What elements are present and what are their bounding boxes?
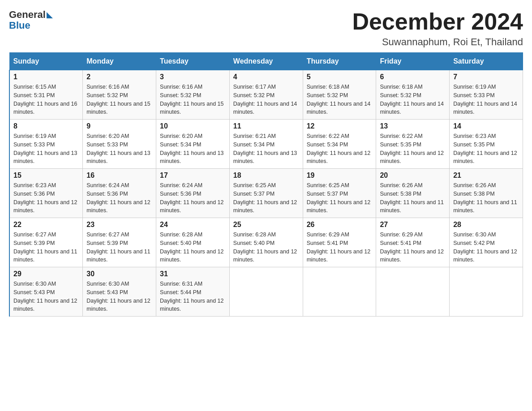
day-number: 2 — [86, 73, 152, 81]
day-info: Sunrise: 6:30 AMSunset: 5:43 PMDaylight:… — [13, 280, 79, 313]
calendar-cell: 29 Sunrise: 6:30 AMSunset: 5:43 PMDaylig… — [9, 267, 83, 317]
day-info: Sunrise: 6:31 AMSunset: 5:44 PMDaylight:… — [160, 280, 226, 313]
day-number: 3 — [160, 73, 226, 81]
day-number: 28 — [453, 221, 519, 229]
day-info: Sunrise: 6:28 AMSunset: 5:40 PMDaylight:… — [160, 231, 226, 264]
day-info: Sunrise: 6:24 AMSunset: 5:36 PMDaylight:… — [86, 181, 152, 215]
calendar-cell: 19 Sunrise: 6:25 AMSunset: 5:37 PMDaylig… — [303, 169, 376, 218]
day-number: 25 — [233, 221, 299, 229]
logo-blue-text: Blue — [9, 20, 30, 31]
day-number: 18 — [233, 171, 299, 180]
calendar-cell: 1 Sunrise: 6:15 AMSunset: 5:31 PMDayligh… — [9, 70, 83, 120]
calendar-cell: 9 Sunrise: 6:20 AMSunset: 5:33 PMDayligh… — [83, 120, 156, 169]
day-number: 27 — [380, 221, 446, 229]
day-info: Sunrise: 6:30 AMSunset: 5:42 PMDaylight:… — [453, 231, 519, 264]
day-number: 8 — [13, 122, 79, 130]
calendar-cell: 12 Sunrise: 6:22 AMSunset: 5:34 PMDaylig… — [303, 120, 376, 169]
calendar-cell: 4 Sunrise: 6:17 AMSunset: 5:32 PMDayligh… — [229, 70, 303, 120]
day-info: Sunrise: 6:22 AMSunset: 5:35 PMDaylight:… — [380, 132, 446, 166]
day-info: Sunrise: 6:16 AMSunset: 5:32 PMDaylight:… — [160, 83, 226, 116]
day-number: 20 — [380, 171, 446, 180]
calendar-cell: 20 Sunrise: 6:26 AMSunset: 5:38 PMDaylig… — [376, 169, 450, 218]
header-monday: Monday — [83, 53, 156, 70]
calendar-cell: 13 Sunrise: 6:22 AMSunset: 5:35 PMDaylig… — [376, 120, 450, 169]
calendar-cell: 7 Sunrise: 6:19 AMSunset: 5:33 PMDayligh… — [450, 70, 523, 120]
header-friday: Friday — [376, 53, 450, 70]
calendar-cell: 17 Sunrise: 6:24 AMSunset: 5:36 PMDaylig… — [156, 169, 230, 218]
day-number: 17 — [160, 171, 226, 180]
day-info: Sunrise: 6:30 AMSunset: 5:43 PMDaylight:… — [86, 280, 152, 313]
day-number: 1 — [13, 73, 79, 81]
day-number: 4 — [233, 73, 299, 81]
day-number: 15 — [13, 171, 79, 180]
day-number: 23 — [86, 221, 152, 229]
calendar-week-row: 15 Sunrise: 6:23 AMSunset: 5:36 PMDaylig… — [9, 169, 523, 218]
calendar-week-row: 8 Sunrise: 6:19 AMSunset: 5:33 PMDayligh… — [9, 120, 523, 169]
calendar-cell: 24 Sunrise: 6:28 AMSunset: 5:40 PMDaylig… — [156, 218, 230, 267]
day-info: Sunrise: 6:29 AMSunset: 5:41 PMDaylight:… — [380, 231, 446, 264]
calendar-cell: 28 Sunrise: 6:30 AMSunset: 5:42 PMDaylig… — [450, 218, 523, 267]
day-number: 24 — [160, 221, 226, 229]
day-info: Sunrise: 6:27 AMSunset: 5:39 PMDaylight:… — [13, 231, 79, 264]
calendar-week-row: 1 Sunrise: 6:15 AMSunset: 5:31 PMDayligh… — [9, 70, 523, 120]
day-number: 21 — [453, 171, 519, 180]
day-number: 5 — [307, 73, 373, 81]
title-section: December 2024 Suwannaphum, Roi Et, Thail… — [352, 9, 523, 48]
calendar-cell: 18 Sunrise: 6:25 AMSunset: 5:37 PMDaylig… — [229, 169, 303, 218]
day-info: Sunrise: 6:21 AMSunset: 5:34 PMDaylight:… — [233, 132, 299, 166]
day-info: Sunrise: 6:22 AMSunset: 5:34 PMDaylight:… — [307, 132, 373, 166]
day-number: 13 — [380, 122, 446, 130]
calendar-cell — [450, 267, 523, 317]
calendar-cell: 5 Sunrise: 6:18 AMSunset: 5:32 PMDayligh… — [303, 70, 376, 120]
day-info: Sunrise: 6:29 AMSunset: 5:41 PMDaylight:… — [307, 231, 373, 264]
header-thursday: Thursday — [303, 53, 376, 70]
calendar-cell: 2 Sunrise: 6:16 AMSunset: 5:32 PMDayligh… — [83, 70, 156, 120]
header-wednesday: Wednesday — [229, 53, 303, 70]
day-info: Sunrise: 6:28 AMSunset: 5:40 PMDaylight:… — [233, 231, 299, 264]
day-info: Sunrise: 6:16 AMSunset: 5:32 PMDaylight:… — [86, 83, 152, 116]
day-number: 7 — [453, 73, 519, 81]
calendar-cell: 11 Sunrise: 6:21 AMSunset: 5:34 PMDaylig… — [229, 120, 303, 169]
calendar-cell: 25 Sunrise: 6:28 AMSunset: 5:40 PMDaylig… — [229, 218, 303, 267]
calendar-cell: 6 Sunrise: 6:18 AMSunset: 5:32 PMDayligh… — [376, 70, 450, 120]
calendar-cell: 8 Sunrise: 6:19 AMSunset: 5:33 PMDayligh… — [9, 120, 83, 169]
day-number: 29 — [13, 270, 79, 278]
calendar-cell: 27 Sunrise: 6:29 AMSunset: 5:41 PMDaylig… — [376, 218, 450, 267]
month-title: December 2024 — [352, 9, 523, 34]
day-number: 30 — [86, 270, 152, 278]
day-number: 14 — [453, 122, 519, 130]
calendar-cell: 31 Sunrise: 6:31 AMSunset: 5:44 PMDaylig… — [156, 267, 230, 317]
day-number: 10 — [160, 122, 226, 130]
calendar-cell: 10 Sunrise: 6:20 AMSunset: 5:34 PMDaylig… — [156, 120, 230, 169]
calendar-cell: 30 Sunrise: 6:30 AMSunset: 5:43 PMDaylig… — [83, 267, 156, 317]
day-number: 31 — [160, 270, 226, 278]
day-info: Sunrise: 6:26 AMSunset: 5:38 PMDaylight:… — [453, 181, 519, 215]
day-info: Sunrise: 6:15 AMSunset: 5:31 PMDaylight:… — [13, 83, 79, 116]
day-info: Sunrise: 6:23 AMSunset: 5:36 PMDaylight:… — [13, 181, 79, 215]
calendar-cell: 26 Sunrise: 6:29 AMSunset: 5:41 PMDaylig… — [303, 218, 376, 267]
logo-triangle-icon — [47, 12, 53, 18]
day-info: Sunrise: 6:19 AMSunset: 5:33 PMDaylight:… — [453, 83, 519, 116]
day-number: 6 — [380, 73, 446, 81]
calendar-cell: 3 Sunrise: 6:16 AMSunset: 5:32 PMDayligh… — [156, 70, 230, 120]
calendar-week-row: 29 Sunrise: 6:30 AMSunset: 5:43 PMDaylig… — [9, 267, 523, 317]
calendar-cell: 15 Sunrise: 6:23 AMSunset: 5:36 PMDaylig… — [9, 169, 83, 218]
header-tuesday: Tuesday — [156, 53, 230, 70]
day-info: Sunrise: 6:25 AMSunset: 5:37 PMDaylight:… — [307, 181, 373, 215]
header-sunday: Sunday — [9, 53, 83, 70]
day-number: 26 — [307, 221, 373, 229]
day-info: Sunrise: 6:20 AMSunset: 5:33 PMDaylight:… — [86, 132, 152, 166]
day-info: Sunrise: 6:18 AMSunset: 5:32 PMDaylight:… — [307, 83, 373, 116]
day-number: 9 — [86, 122, 152, 130]
day-info: Sunrise: 6:27 AMSunset: 5:39 PMDaylight:… — [86, 231, 152, 264]
calendar-cell — [376, 267, 450, 317]
day-info: Sunrise: 6:19 AMSunset: 5:33 PMDaylight:… — [13, 132, 79, 166]
location-subtitle: Suwannaphum, Roi Et, Thailand — [352, 36, 523, 48]
day-number: 22 — [13, 221, 79, 229]
day-number: 11 — [233, 122, 299, 130]
day-number: 12 — [307, 122, 373, 130]
calendar-cell: 23 Sunrise: 6:27 AMSunset: 5:39 PMDaylig… — [83, 218, 156, 267]
calendar-week-row: 22 Sunrise: 6:27 AMSunset: 5:39 PMDaylig… — [9, 218, 523, 267]
calendar-cell — [229, 267, 303, 317]
day-info: Sunrise: 6:24 AMSunset: 5:36 PMDaylight:… — [160, 181, 226, 215]
